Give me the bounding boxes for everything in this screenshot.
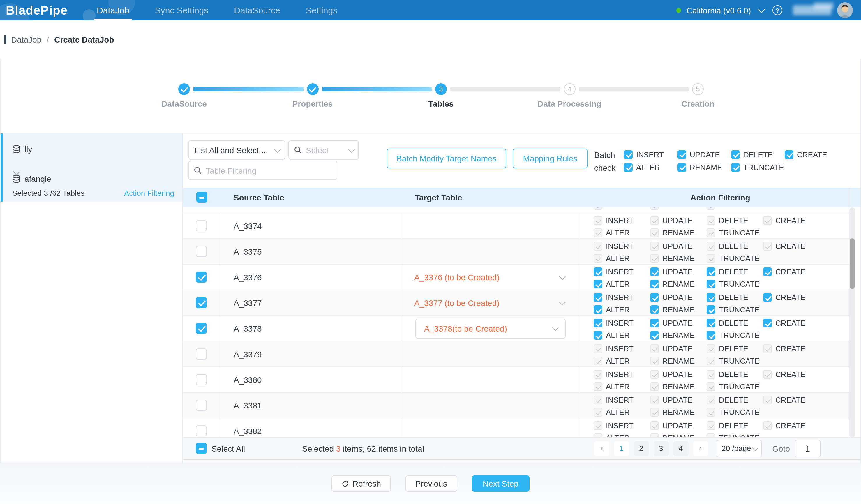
table-row: A_3379INSERTUPDATEDELETECREATEALTERRENAM…: [183, 341, 849, 367]
row-action-alter: ALTER: [593, 329, 650, 341]
row-action-alter: ALTER: [593, 227, 650, 239]
nav-item-settings[interactable]: Settings: [303, 0, 340, 21]
list-mode-select[interactable]: List All and Select ...: [188, 140, 285, 160]
action-checkbox[interactable]: [593, 268, 602, 276]
per-page-select[interactable]: 20 /page: [716, 440, 762, 457]
action-checkbox[interactable]: [593, 319, 602, 327]
prev-page-button[interactable]: ‹: [594, 441, 609, 456]
batch-modify-target-names-button[interactable]: Batch Modify Target Names: [387, 149, 506, 168]
select-all-header-checkbox[interactable]: [196, 192, 207, 203]
action-checkbox[interactable]: [650, 319, 659, 327]
nav-menu: DataJobSync SettingsDataSourceSettings: [94, 0, 360, 21]
action-label: ALTER: [606, 408, 630, 417]
table-select-dropdown[interactable]: Select: [288, 140, 359, 160]
action-label: CREATE: [775, 319, 806, 327]
row-select-checkbox[interactable]: [196, 297, 207, 308]
chevron-down-icon[interactable]: [552, 324, 559, 331]
row-select-checkbox[interactable]: [196, 323, 207, 334]
action-checkbox[interactable]: [707, 305, 715, 314]
row-action-create: CREATE: [763, 240, 820, 252]
page-button-3[interactable]: 3: [653, 441, 668, 456]
action-checkbox[interactable]: [763, 293, 772, 302]
page-button-2[interactable]: 2: [633, 441, 649, 456]
next-step-button[interactable]: Next Step: [472, 475, 530, 492]
action-checkbox[interactable]: [650, 268, 659, 276]
scrollbar-thumb[interactable]: [850, 238, 855, 289]
action-checkbox[interactable]: [593, 331, 602, 340]
action-filtering-link[interactable]: Action Filtering: [124, 189, 174, 197]
target-table-name[interactable]: A_3378(to be Created): [424, 324, 507, 333]
select-all-checkbox[interactable]: [196, 443, 207, 454]
row-select-checkbox[interactable]: [196, 349, 207, 359]
breadcrumb-parent[interactable]: DataJob: [11, 35, 41, 44]
batch-action-checkbox[interactable]: [731, 150, 740, 159]
sidebar-selected-pair[interactable]: lly afanqie Selected 3 /62 Tables Acti: [1, 133, 182, 202]
action-checkbox[interactable]: [650, 331, 659, 340]
main-panel: DataSourceProperties3Tables4Data Process…: [0, 59, 861, 463]
action-checkbox: [593, 207, 602, 210]
previous-button[interactable]: Previous: [406, 475, 457, 492]
nav-item-sync-settings[interactable]: Sync Settings: [153, 0, 210, 21]
mapping-rules-button[interactable]: Mapping Rules: [512, 149, 588, 168]
action-checkbox[interactable]: [763, 268, 772, 276]
action-checkbox[interactable]: [707, 331, 715, 340]
action-checkbox[interactable]: [763, 319, 772, 327]
region-selector[interactable]: California (v0.6.0): [686, 5, 751, 15]
action-checkbox: [763, 370, 772, 379]
batch-action-checkbox[interactable]: [624, 150, 633, 159]
row-action-update: UPDATE: [650, 394, 707, 406]
row-action-insert: INSERT: [593, 240, 650, 252]
table-row: A_3376A_3376 (to be Created)INSERTUPDATE…: [183, 264, 849, 289]
table-filter-input[interactable]: Table Filtering: [188, 161, 337, 180]
row-select-checkbox[interactable]: [196, 220, 207, 231]
batch-action-checkbox[interactable]: [785, 150, 793, 159]
row-select-checkbox[interactable]: [196, 272, 207, 283]
action-checkbox[interactable]: [650, 293, 659, 302]
page-button-1[interactable]: 1: [614, 441, 629, 456]
row-select-checkbox[interactable]: [196, 246, 207, 257]
row-action-rename: RENAME: [650, 303, 707, 316]
batch-action-checkbox[interactable]: [678, 163, 686, 172]
target-table-name[interactable]: A_3376 (to be Created): [414, 272, 500, 282]
action-checkbox[interactable]: [707, 280, 715, 288]
action-checkbox[interactable]: [650, 280, 659, 288]
vertical-scrollbar[interactable]: [849, 207, 855, 438]
target-table-select-box[interactable]: A_3378(to be Created): [415, 318, 566, 338]
action-grid: INSERTUPDATEDELETECREATEALTERRENAMETRUNC…: [593, 419, 849, 438]
source-table-name: A_3382: [234, 426, 262, 436]
action-label: CREATE: [775, 344, 806, 353]
help-icon[interactable]: ?: [773, 5, 782, 15]
action-checkbox[interactable]: [593, 280, 602, 288]
batch-action-checkbox[interactable]: [731, 163, 740, 172]
batch-action-label: ALTER: [636, 163, 660, 172]
action-checkbox[interactable]: [707, 268, 715, 276]
action-checkbox: [707, 357, 715, 365]
action-checkbox[interactable]: [650, 305, 659, 314]
action-label: RENAME: [662, 305, 695, 314]
row-action-alter: ALTER: [593, 406, 650, 418]
row-action-delete: DELETE: [707, 420, 763, 432]
action-checkbox[interactable]: [707, 293, 715, 302]
action-checkbox[interactable]: [593, 293, 602, 302]
target-table-name[interactable]: A_3377 (to be Created): [414, 298, 500, 307]
chevron-down-icon[interactable]: [559, 299, 566, 305]
page-button-4[interactable]: 4: [673, 441, 688, 456]
source-table-cell: A_3380: [220, 367, 401, 392]
goto-page-input[interactable]: [795, 440, 821, 457]
source-table-name: A_3381: [234, 400, 262, 410]
action-label: RENAME: [662, 228, 695, 237]
row-select-checkbox[interactable]: [196, 425, 207, 436]
row-select-checkbox[interactable]: [196, 400, 207, 411]
action-checkbox[interactable]: [707, 319, 715, 327]
nav-item-datajob[interactable]: DataJob: [94, 0, 132, 21]
refresh-button[interactable]: Refresh: [331, 475, 391, 492]
next-page-button[interactable]: ›: [693, 441, 708, 456]
nav-item-datasource[interactable]: DataSource: [232, 0, 282, 21]
batch-action-checkbox[interactable]: [624, 163, 633, 172]
batch-action-checkbox[interactable]: [678, 150, 686, 159]
avatar[interactable]: [837, 2, 853, 18]
action-checkbox[interactable]: [593, 305, 602, 314]
chevron-down-icon[interactable]: [559, 273, 566, 280]
row-select-checkbox[interactable]: [196, 374, 207, 385]
chevron-down-icon[interactable]: [757, 5, 765, 13]
